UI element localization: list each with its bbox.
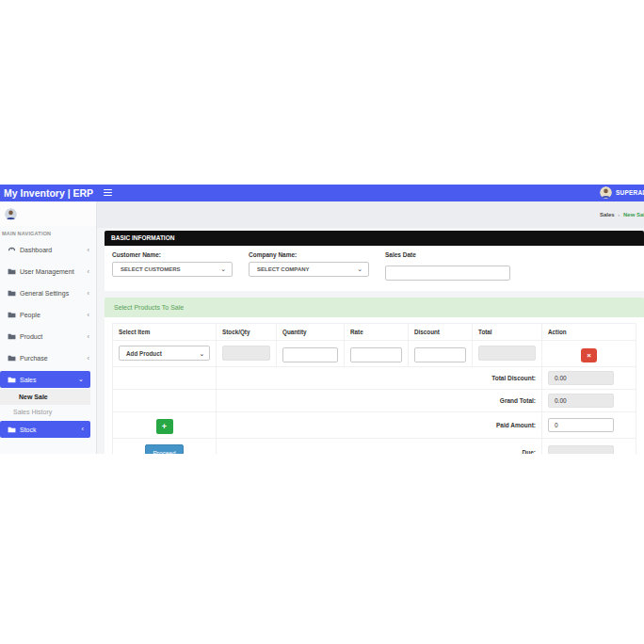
company-select-value: SELECT COMPANY [257,266,310,272]
sidebar-item-new-sale[interactable]: New Sale [0,389,90,405]
customer-select-value: SELECT CUSTOMERS [121,266,181,272]
folder-icon [8,426,16,434]
due-label: Due: [217,439,542,455]
sidebar: MAIN NAVIGATION Dashboard ‹ User Managem… [0,201,97,454]
col-action: Action [542,323,636,340]
top-navbar: SUPERADMIN [97,185,644,201]
sidebar-avatar[interactable] [5,208,17,220]
chevron-down-icon: ⌄ [200,350,204,357]
user-name: SUPERADMIN [616,189,644,196]
breadcrumb-current: New Sale [623,212,644,217]
chevron-left-icon: ‹ [88,355,90,362]
sidebar-item-sales-history[interactable]: Sales History [0,405,96,419]
sidebar-item-sales[interactable]: Sales ⌄ [0,371,90,388]
sidebar-toggle-icon[interactable] [104,189,112,198]
sidebar-item-label: Dashboard [20,247,52,253]
total-discount-row: Total Discount: 0.00 [113,367,636,390]
main-content: Sales › New Sale BASIC INFORMATION Custo… [97,201,644,454]
breadcrumb-parent[interactable]: Sales [600,212,615,217]
product-select[interactable]: Add Product ⌄ [119,346,210,361]
user-menu[interactable]: SUPERADMIN [600,186,644,199]
sidebar-item-dashboard[interactable]: Dashboard ‹ [0,239,96,261]
app-window: My Inventory | ERP SUPERADMIN [0,185,644,454]
add-row-button[interactable]: + [156,419,173,434]
folder-icon [8,267,16,276]
proceed-button[interactable]: Proceed [145,444,183,454]
customer-select[interactable]: SELECT CUSTOMERS ⌄ [112,262,233,277]
sidebar-item-purchase[interactable]: Purchase ‹ [0,347,96,369]
sidebar-item-user-management[interactable]: User Management ‹ [0,261,96,282]
col-select-item: Select Item [113,323,217,340]
folder-icon [8,376,16,384]
col-stock-qty: Stock/Qty [217,323,277,340]
user-avatar [600,186,612,199]
sidebar-section-label: MAIN NAVIGATION [0,226,96,239]
sidebar-item-label: Stock [20,427,37,433]
sidebar-item-label: People [20,312,40,318]
sidebar-item-stock[interactable]: Stock ‹ [0,421,90,438]
sidebar-item-label: Sales [20,377,37,383]
folder-icon [8,289,16,298]
products-table-panel: Select Item Stock/Qty Quantity Rate Disc… [105,317,644,455]
quantity-input[interactable] [282,347,338,362]
remove-row-button[interactable]: × [581,348,597,362]
total-discount-field: 0.00 [548,371,614,385]
sidebar-item-label: User Management [20,268,74,275]
due-row: Proceed Due: [113,439,636,455]
basic-information-header: BASIC INFORMATION [105,231,644,246]
folder-icon [8,332,16,341]
paid-amount-row: + Paid Amount: [113,412,636,439]
total-discount-label: Total Discount: [217,367,542,390]
folder-icon [8,354,16,362]
company-select[interactable]: SELECT COMPANY ⌄ [249,262,369,277]
sidebar-item-product[interactable]: Product ‹ [0,326,96,347]
sales-date-label: Sales Date [385,251,510,258]
table-header-row: Select Item Stock/Qty Quantity Rate Disc… [113,323,636,340]
grand-total-row: Grand Total: 0.00 [113,390,636,412]
total-field [478,346,536,361]
col-discount: Discount [409,323,473,340]
products-table: Select Item Stock/Qty Quantity Rate Disc… [112,323,636,455]
folder-icon [8,311,16,319]
select-products-header: Select Products To Sale [105,298,644,317]
chevron-left-icon: ‹ [82,426,85,433]
app-title: My Inventory | ERP [0,185,97,201]
breadcrumb: Sales › New Sale [600,212,644,217]
sidebar-item-label: General Settings [20,290,69,297]
product-select-value: Add Product [126,350,162,357]
col-quantity: Quantity [277,323,345,340]
product-row: Add Product ⌄ × [113,340,636,367]
rate-input[interactable] [350,347,402,362]
sales-date-input[interactable] [385,266,510,281]
grand-total-label: Grand Total: [217,390,542,412]
chevron-left-icon: ‹ [88,333,90,341]
sidebar-item-label: Product [20,333,42,340]
col-total: Total [473,323,542,340]
company-name-label: Company Name: [249,251,369,258]
sidebar-item-people[interactable]: People ‹ [0,304,96,326]
basic-information-body: Customer Name: SELECT CUSTOMERS ⌄ Compan… [105,246,644,291]
breadcrumb-bar: Sales › New Sale [97,201,644,228]
paid-amount-input[interactable] [548,418,614,432]
customer-name-label: Customer Name: [112,251,233,258]
grand-total-field: 0.00 [548,394,614,408]
chevron-left-icon: ‹ [88,290,90,298]
breadcrumb-separator: › [618,212,620,217]
chevron-down-icon: ⌄ [357,266,362,273]
chevron-down-icon: ⌄ [78,376,84,383]
discount-input[interactable] [414,347,466,362]
sidebar-user [0,201,96,226]
col-rate: Rate [345,323,409,340]
chevron-down-icon: ⌄ [220,266,226,273]
top-bar: My Inventory | ERP SUPERADMIN [0,185,644,201]
sidebar-item-label: Purchase [20,355,48,362]
chevron-left-icon: ‹ [88,247,90,254]
sidebar-item-general-settings[interactable]: General Settings ‹ [0,282,96,304]
dashboard-icon [8,246,16,254]
stock-qty-field [222,346,270,361]
chevron-left-icon: ‹ [88,312,90,319]
due-field [548,445,614,455]
paid-amount-label: Paid Amount: [217,412,542,439]
chevron-left-icon: ‹ [88,268,90,276]
